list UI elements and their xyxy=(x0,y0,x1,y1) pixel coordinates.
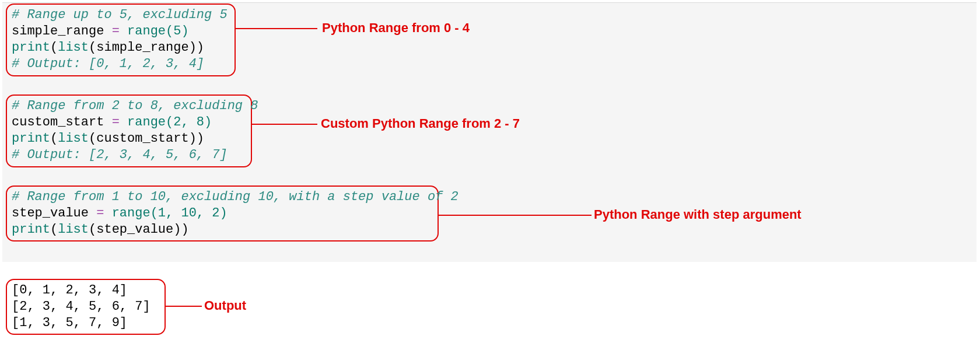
code-func: print xyxy=(12,40,50,55)
annotation-label-block3: Python Range with step argument xyxy=(594,206,802,223)
code-func: print xyxy=(12,131,50,146)
code-comment: # Output: [0, 1, 2, 3, 4] xyxy=(12,57,204,71)
code-paren: ( xyxy=(50,40,58,55)
code-func: range xyxy=(127,24,166,38)
code-comment: # Range from 2 to 8, excluding 8 xyxy=(12,99,258,113)
output-text: [0, 1, 2, 3, 4] [2, 3, 4, 5, 6, 7] [1, 3… xyxy=(12,282,160,331)
output-line: [0, 1, 2, 3, 4] xyxy=(12,283,127,298)
annotation-label-block1: Python Range from 0 - 4 xyxy=(322,20,470,36)
code-args: (step_value)) xyxy=(89,222,189,237)
code-operator: = xyxy=(104,24,127,38)
output-line: [2, 3, 4, 5, 6, 7] xyxy=(12,299,150,314)
annotation-line xyxy=(166,306,202,307)
code-args: (2, 8) xyxy=(166,115,212,130)
code-text: # Range from 2 to 8, excluding 8 custom_… xyxy=(12,98,246,164)
code-func: range xyxy=(112,206,150,220)
code-args: (custom_start)) xyxy=(89,131,204,146)
annotation-line xyxy=(236,28,317,29)
code-var: custom_start xyxy=(12,115,104,130)
code-operator: = xyxy=(89,206,112,220)
code-var: simple_range xyxy=(12,24,104,38)
code-args: (simple_range)) xyxy=(89,40,204,55)
output-line: [1, 3, 5, 7, 9] xyxy=(12,316,127,330)
code-func: list xyxy=(58,131,89,146)
code-paren: ( xyxy=(50,222,58,237)
code-comment: # Range from 1 to 10, excluding 10, with… xyxy=(12,190,459,204)
code-block-custom-start: # Range from 2 to 8, excluding 8 custom_… xyxy=(6,94,252,167)
code-args: (5) xyxy=(166,24,189,38)
annotation-label-output: Output xyxy=(204,298,246,314)
code-block-simple-range: # Range up to 5, excluding 5 simple_rang… xyxy=(6,4,236,76)
code-comment: # Output: [2, 3, 4, 5, 6, 7] xyxy=(12,148,228,162)
code-func: range xyxy=(127,115,166,130)
code-func: list xyxy=(58,40,89,55)
code-func: print xyxy=(12,222,50,237)
code-block-step-value: # Range from 1 to 10, excluding 10, with… xyxy=(6,186,439,242)
code-comment: # Range up to 5, excluding 5 xyxy=(12,8,228,22)
output-block: [0, 1, 2, 3, 4] [2, 3, 4, 5, 6, 7] [1, 3… xyxy=(6,279,166,335)
code-paren: ( xyxy=(50,131,58,146)
code-var: step_value xyxy=(12,206,89,220)
annotation-label-block2: Custom Python Range from 2 - 7 xyxy=(321,116,520,132)
annotation-line xyxy=(252,124,317,125)
code-func: list xyxy=(58,222,89,237)
code-text: # Range from 1 to 10, excluding 10, with… xyxy=(12,189,433,238)
annotation-line xyxy=(439,215,592,216)
code-operator: = xyxy=(104,115,127,130)
code-args: (1, 10, 2) xyxy=(150,206,228,220)
code-text: # Range up to 5, excluding 5 simple_rang… xyxy=(12,7,230,73)
